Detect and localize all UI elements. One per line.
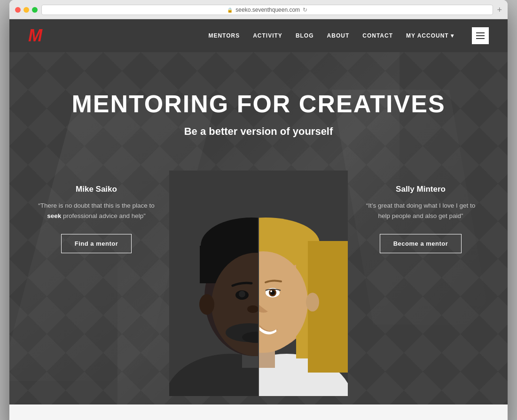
minimize-button[interactable] — [24, 7, 29, 13]
mentor-card-sally: Sally Mintero “It’s great that doing wha… — [362, 171, 479, 253]
refresh-icon: ↻ — [303, 7, 307, 13]
nav-my-account[interactable]: MY ACCOUNT ▾ — [406, 32, 454, 39]
site-header: M MENTORS ACTIVITY BLOG ABOUT CONTACT MY… — [9, 19, 508, 52]
hero-section: MENTORING FOR CREATIVES Be a better vers… — [9, 52, 508, 404]
hero-image-center — [155, 171, 362, 396]
mentor-quote-sally: “It’s great that doing what I love I get… — [362, 201, 479, 221]
traffic-lights — [15, 7, 38, 13]
svg-point-17 — [239, 291, 245, 297]
close-button[interactable] — [15, 7, 21, 13]
footer-strip — [9, 404, 508, 420]
hamburger-line-1 — [476, 32, 485, 33]
new-tab-button[interactable]: + — [497, 6, 502, 14]
browser-chrome: 🔒 seeko.seventhqueen.com ↻ + — [9, 0, 508, 19]
quote-end: professional advice and help” — [61, 212, 145, 219]
hamburger-line-3 — [476, 38, 485, 39]
mentor-quote-mike: “There is no doubt that this is the plac… — [38, 201, 155, 221]
become-mentor-button[interactable]: Become a mentor — [380, 234, 462, 253]
mentor-name-sally: Sally Mintero — [362, 185, 479, 194]
svg-point-26 — [306, 293, 319, 311]
site-nav: MENTORS ACTIVITY BLOG ABOUT CONTACT MY A… — [208, 27, 489, 44]
mentor-card-mike: Mike Saiko “There is no doubt that this … — [38, 171, 155, 253]
svg-point-25 — [199, 294, 214, 315]
quote-bold: seek — [47, 212, 61, 219]
nav-blog[interactable]: BLOG — [296, 32, 314, 39]
hero-content-row: Mike Saiko “There is no doubt that this … — [9, 171, 508, 404]
browser-window: 🔒 seeko.seventhqueen.com ↻ + M MENTORS A… — [9, 0, 508, 420]
nav-activity[interactable]: ACTIVITY — [253, 32, 282, 39]
find-mentor-button[interactable]: Find a mentor — [61, 234, 132, 253]
site-wrapper: M MENTORS ACTIVITY BLOG ABOUT CONTACT MY… — [9, 19, 508, 420]
hamburger-button[interactable] — [472, 27, 489, 44]
quote-start: “There is no doubt that this is the plac… — [38, 202, 155, 209]
nav-contact[interactable]: CONTACT — [362, 32, 393, 39]
hero-title: MENTORING FOR CREATIVES — [71, 90, 445, 118]
svg-point-22 — [247, 305, 258, 313]
face-composite-svg — [169, 171, 348, 396]
svg-point-21 — [270, 290, 272, 292]
hamburger-line-2 — [476, 35, 485, 36]
address-bar[interactable]: 🔒 seeko.seventhqueen.com ↻ — [41, 5, 493, 15]
nav-mentors[interactable]: MENTORS — [208, 32, 240, 39]
url-text: seeko.seventhqueen.com — [235, 7, 300, 13]
lock-icon: 🔒 — [227, 8, 233, 13]
mentor-name-mike: Mike Saiko — [38, 185, 155, 194]
site-logo[interactable]: M — [28, 26, 41, 46]
hero-subtitle: Be a better version of yourself — [71, 125, 445, 138]
maximize-button[interactable] — [32, 7, 38, 13]
hero-title-block: MENTORING FOR CREATIVES Be a better vers… — [71, 52, 445, 152]
nav-about[interactable]: ABOUT — [327, 32, 350, 39]
